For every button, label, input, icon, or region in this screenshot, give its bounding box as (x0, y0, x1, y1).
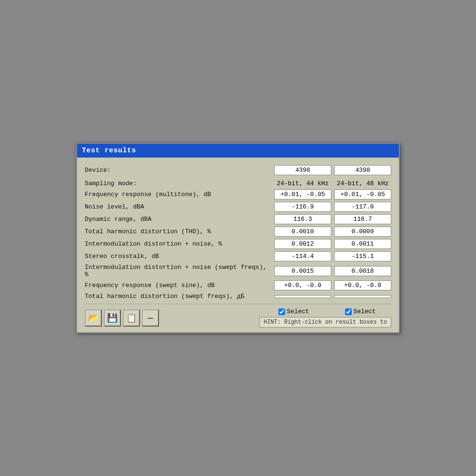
row-col1-value-8: +0.0, -0.0 (274, 280, 331, 290)
row-label-9: Total harmonic distortion (swept freqs),… (85, 293, 271, 300)
select-label-2: Select (354, 308, 376, 315)
row-col1-value-5: 0.0012 (274, 239, 331, 249)
select-checkbox-2[interactable] (345, 308, 352, 315)
device-label: Device: (85, 167, 271, 174)
copy-icon: 📋 (126, 313, 137, 323)
row-label-0: Sampling mode: (85, 180, 271, 187)
row-col1-value-7: 0.0015 (274, 266, 331, 276)
row-col2-value-8: +0.0, -0.0 (334, 280, 391, 290)
row-label-1: Frequency response (multitone), dB (85, 191, 271, 198)
test-results-window: Test results Device: 4398 4398 Sampling … (76, 143, 400, 333)
data-row-1: Frequency response (multitone), dB+0.01,… (85, 189, 391, 199)
row-col2-value-4: 0.0009 (334, 227, 391, 237)
select-item-1: Select (263, 308, 325, 315)
hint-box: HINT: Right-click on result boxes to (259, 317, 391, 327)
row-label-8: Frequency response (swept sine), dB (85, 282, 271, 289)
row-col1-value-3: 116.3 (274, 214, 331, 224)
row-label-6: Stereo crosstalk, dB (85, 253, 271, 260)
footer-right: Select Select HINT: Right-click on resul… (259, 308, 391, 327)
divider (85, 304, 391, 304)
row-col1-value-6: -114.4 (274, 251, 331, 261)
row-col2-value-6: -115.1 (334, 251, 391, 261)
title-bar: Test results (77, 144, 399, 158)
toolbar: 📂 💾 📋 — (85, 309, 159, 327)
row-col1-text-0: 24-bit, 44 kHz (274, 180, 331, 187)
row-label-7: Intermodulation distortion + noise (swep… (85, 264, 271, 278)
open-icon: 📂 (88, 313, 99, 323)
open-button[interactable]: 📂 (85, 309, 102, 327)
row-col1-value-1: +0.01, -0.05 (274, 189, 331, 199)
row-col2-value-3: 116.7 (334, 214, 391, 224)
row-col2-value-9 (334, 295, 391, 298)
data-row-4: Total harmonic distortion (THD), %0.0010… (85, 227, 391, 237)
row-col2-value-7: 0.0018 (334, 266, 391, 276)
row-col2-value-5: 0.0011 (334, 239, 391, 249)
minus-icon: — (148, 313, 153, 323)
select-row: Select Select (263, 308, 391, 315)
row-col2-text-0: 24-bit, 48 kHz (334, 180, 391, 187)
data-row-7: Intermodulation distortion + noise (swep… (85, 264, 391, 278)
data-row-0: Sampling mode:24-bit, 44 kHz24-bit, 48 k… (85, 180, 391, 187)
copy-button[interactable]: 📋 (123, 309, 140, 327)
data-row-2: Noise level, dBA-116.9-117.0 (85, 202, 391, 212)
row-col2-value-1: +0.01, -0.05 (334, 189, 391, 199)
row-col2-value-2: -117.0 (334, 202, 391, 212)
row-col1-value-4: 0.0010 (274, 227, 331, 237)
footer-row: 📂 💾 📋 — Select (85, 308, 391, 327)
window-title: Test results (82, 147, 136, 155)
device-row: Device: 4398 4398 (85, 165, 391, 175)
row-col1-value-9 (274, 295, 331, 298)
data-row-8: Frequency response (swept sine), dB+0.0,… (85, 280, 391, 290)
device-col2-value: 4398 (334, 165, 391, 175)
data-row-9: Total harmonic distortion (swept freqs),… (85, 293, 391, 300)
data-row-5: Intermodulation distortion + noise, %0.0… (85, 239, 391, 249)
row-label-3: Dynamic range, dBA (85, 216, 271, 223)
select-item-2: Select (329, 308, 391, 315)
select-checkbox-1[interactable] (278, 308, 285, 315)
select-label-1: Select (287, 308, 309, 315)
data-row-6: Stereo crosstalk, dB-114.4-115.1 (85, 251, 391, 261)
row-label-2: Noise level, dBA (85, 203, 271, 210)
row-label-5: Intermodulation distortion + noise, % (85, 240, 271, 248)
save-button[interactable]: 💾 (104, 309, 121, 327)
save-icon: 💾 (107, 313, 118, 323)
device-col1-value: 4398 (274, 165, 331, 175)
data-row-3: Dynamic range, dBA116.3116.7 (85, 214, 391, 224)
row-col1-value-2: -116.9 (274, 202, 331, 212)
row-label-4: Total harmonic distortion (THD), % (85, 228, 271, 235)
minus-button[interactable]: — (142, 309, 159, 327)
